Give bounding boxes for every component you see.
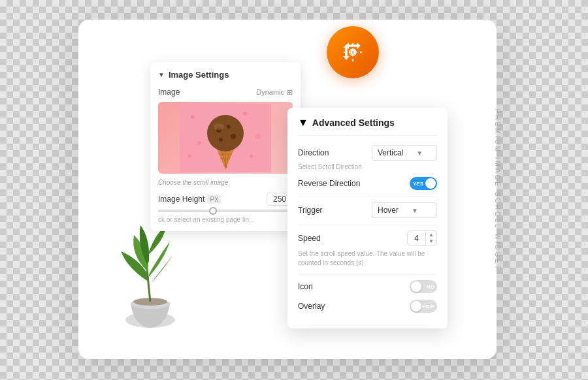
toggle-yes-label: YES — [413, 181, 423, 187]
svg-marker-27 — [351, 59, 354, 62]
icon-toggle-knob — [411, 281, 421, 292]
image-preview — [158, 102, 293, 174]
svg-point-20 — [231, 134, 236, 139]
icon-row: Icon NO — [298, 280, 437, 293]
speed-value: 4 — [408, 232, 426, 245]
speed-up-icon[interactable]: ▲ — [429, 232, 434, 238]
toggle-knob — [425, 178, 436, 189]
trigger-row: Trigger Hover ▼ — [298, 202, 437, 218]
reverse-direction-row: Reverse Direction YES — [298, 177, 437, 190]
svg-point-8 — [255, 134, 261, 139]
vertical-text: PREMIUM IMAGE SCROLL WIDGET — [493, 109, 500, 271]
svg-point-9 — [188, 154, 191, 158]
image-height-row: Image Height PX 250 — [158, 193, 293, 206]
speed-arrows: ▲ ▼ — [426, 231, 436, 245]
direction-select[interactable]: Vertical ▼ — [372, 145, 437, 161]
caption-text: Choose the scroll image — [158, 179, 293, 186]
direction-label: Direction — [298, 148, 329, 157]
speed-down-icon[interactable]: ▼ — [429, 238, 434, 245]
slider-track[interactable] — [158, 210, 293, 212]
image-settings-panel: ▼ Image Settings Image Dynamic ⊞ — [150, 62, 301, 231]
toggle-no-label: NO — [427, 284, 434, 290]
ice-cream-image — [180, 104, 271, 172]
reverse-direction-label: Reverse Direction — [298, 179, 360, 188]
svg-point-7 — [197, 141, 201, 145]
icon-toggle[interactable]: NO — [410, 280, 437, 293]
height-label: Image Height PX — [158, 195, 221, 204]
overlay-row: Overlay HIDE — [298, 300, 437, 313]
advanced-settings-panel: ▼ Advanced Settings Direction Vertical ▼… — [287, 108, 448, 328]
direction-sublabel: Select Scroll Direction — [298, 163, 437, 170]
direction-value: Vertical — [378, 148, 403, 157]
overlay-no-label: HIDE — [422, 304, 434, 309]
dynamic-badge: Dynamic ⊞ — [256, 88, 293, 97]
overlay-toggle-knob — [411, 301, 421, 311]
svg-point-17 — [207, 115, 244, 151]
overlay-toggle[interactable]: HIDE — [410, 300, 437, 313]
svg-marker-28 — [343, 51, 346, 54]
svg-marker-29 — [360, 51, 363, 54]
direction-arrow-icon: ▼ — [416, 150, 423, 157]
divider-1 — [298, 197, 437, 197]
panel-header: ▼ Image Settings — [158, 70, 293, 80]
scroll-navigation-button[interactable] — [327, 26, 379, 78]
svg-marker-26 — [351, 42, 354, 45]
svg-point-19 — [227, 125, 231, 129]
adv-chevron-icon: ▼ — [298, 117, 308, 129]
trigger-select[interactable]: Hover ▼ — [372, 202, 437, 218]
px-badge: PX — [207, 195, 221, 204]
svg-point-21 — [219, 138, 223, 142]
svg-point-4 — [191, 115, 195, 119]
slider-thumb[interactable] — [209, 207, 217, 215]
svg-point-6 — [243, 112, 247, 116]
speed-input[interactable]: 4 ▲ ▼ — [407, 230, 437, 245]
trigger-arrow-icon: ▼ — [412, 207, 418, 214]
adv-header: ▼ Advanced Settings — [298, 117, 437, 136]
slider-fill — [158, 210, 212, 212]
overlay-label: Overlay — [298, 302, 325, 311]
direction-row: Direction Vertical ▼ — [298, 145, 437, 161]
panel-title: Image Settings — [169, 70, 229, 80]
speed-row: Speed 4 ▲ ▼ — [298, 230, 437, 245]
trigger-value: Hover — [378, 206, 399, 215]
divider-3 — [298, 274, 437, 275]
icon-label: Icon — [298, 282, 313, 291]
image-label: Image — [158, 87, 180, 97]
adv-panel-title: Advanced Settings — [312, 118, 395, 128]
page-link-text: ck or select an existing page lin... — [158, 216, 293, 223]
scroll-nav-icon — [340, 39, 366, 65]
svg-point-22 — [214, 123, 224, 130]
divider-2 — [298, 225, 437, 225]
chevron-icon: ▼ — [158, 71, 165, 78]
reverse-direction-toggle[interactable]: YES — [410, 177, 437, 190]
speed-label: Speed — [298, 234, 321, 243]
grid-icon: ⊞ — [287, 88, 293, 97]
trigger-label: Trigger — [298, 206, 323, 215]
speed-description: Set the scroll speed value. The value wi… — [298, 249, 437, 268]
image-row: Image Dynamic ⊞ — [158, 87, 293, 97]
svg-point-10 — [250, 154, 253, 158]
dynamic-text: Dynamic — [256, 88, 284, 96]
